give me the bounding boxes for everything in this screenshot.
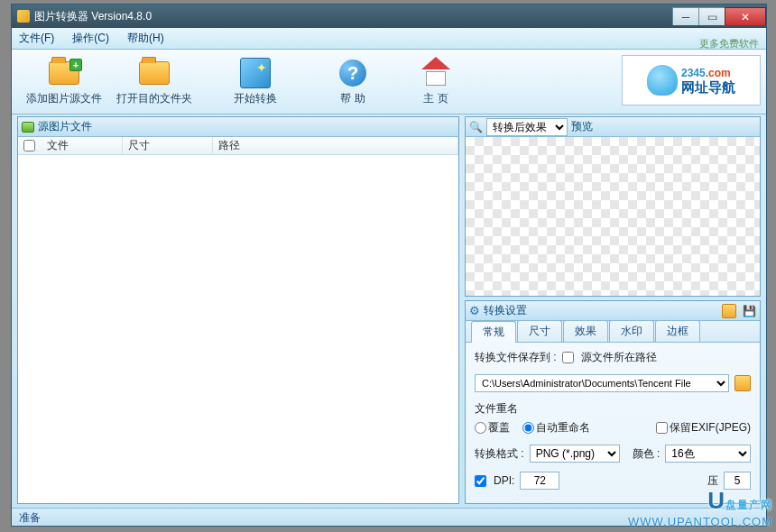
same-as-source-checkbox[interactable] [562,352,574,363]
compress-input[interactable] [724,472,751,490]
settings-panel: ⚙ 转换设置 💾 常规 尺寸 效果 水印 边框 转换文件保存到 : [465,300,761,504]
save-to-label: 转换文件保存到 : [475,350,557,365]
add-source-button[interactable]: + 添加图片源文件 [19,53,109,110]
preview-header: 🔍 转换后效果 预览 [466,117,760,137]
octopus-icon [647,65,678,96]
color-label: 颜色 : [633,446,661,462]
minimize-button[interactable]: ─ [672,7,699,25]
tab-effect[interactable]: 效果 [563,320,608,342]
help-label: 帮 助 [340,91,365,106]
dpi-input[interactable] [520,472,559,490]
dpi-checkbox[interactable] [475,475,486,487]
color-select[interactable]: 16色 [665,445,751,463]
folder-icon [139,61,170,85]
start-label: 开始转换 [234,91,277,106]
column-headers: 文件 尺寸 路径 [18,137,458,155]
save-path-select[interactable]: C:\Users\Administrator\Documents\Tencent… [475,374,729,392]
status-text: 准备 [19,511,41,524]
open-dest-label: 打开目的文件夹 [116,91,192,106]
home-icon [421,60,450,86]
right-pane: 🔍 转换后效果 预览 ⚙ 转换设置 💾 [465,116,761,504]
tab-size[interactable]: 尺寸 [517,320,562,342]
effect-select[interactable]: 转换后效果 [486,118,568,136]
same-as-source-label: 源文件所在路径 [581,350,657,365]
start-convert-button[interactable]: 开始转换 [226,53,284,110]
menu-file[interactable]: 文件(F) [19,31,54,46]
magnifier-icon: 🔍 [469,121,483,133]
col-size[interactable]: 尺寸 [123,137,213,154]
tab-watermark[interactable]: 水印 [609,320,654,342]
open-folder-icon[interactable] [722,304,736,318]
app-icon [17,10,30,23]
banner-text: 2345.com 网址导航 [681,65,735,96]
overwrite-radio-label[interactable]: 覆盖 [475,420,510,436]
file-list[interactable] [18,155,458,503]
settings-title: 转换设置 [484,303,527,318]
save-icon[interactable]: 💾 [742,304,756,318]
dpi-label: DPI: [494,474,514,487]
gear-icon: ⚙ [469,304,480,317]
browse-folder-button[interactable] [734,375,751,391]
tab-border[interactable]: 边框 [655,320,700,342]
format-select[interactable]: PNG (*.png) [530,445,620,463]
settings-header: ⚙ 转换设置 💾 [466,301,760,321]
select-all-checkbox[interactable] [23,140,35,151]
autorename-radio-label[interactable]: 自动重命名 [522,420,590,436]
toolbar: + 添加图片源文件 打开目的文件夹 开始转换 ? 帮 助 主 页 更多免费软件 … [12,50,766,115]
col-path[interactable]: 路径 [213,137,458,154]
window-controls: ─ ▭ ✕ [673,7,766,25]
help-button[interactable]: ? 帮 助 [329,53,376,110]
home-button[interactable]: 主 页 [412,53,459,110]
menu-action[interactable]: 操作(C) [72,31,109,46]
tab-general[interactable]: 常规 [471,321,516,343]
format-label: 转换格式 : [475,446,524,462]
folder-plus-icon: + [49,61,79,85]
keep-exif-label[interactable]: 保留EXIF(JPEG) [656,420,751,436]
titlebar[interactable]: 图片转换器 Version4.8.0 ─ ▭ ✕ [12,5,766,28]
menubar: 文件(F) 操作(C) 帮助(H) [12,28,766,50]
wand-icon [240,58,271,88]
source-files-panel: 源图片文件 文件 尺寸 路径 [17,116,459,504]
work-area: 源图片文件 文件 尺寸 路径 🔍 转换后效果 预览 [12,115,766,508]
statusbar: 准备 [12,508,766,526]
settings-body: 转换文件保存到 : 源文件所在路径 C:\Users\Administrator… [466,343,760,503]
source-panel-title: 源图片文件 [38,119,92,134]
menu-help[interactable]: 帮助(H) [127,31,164,46]
keep-exif-checkbox[interactable] [656,422,668,434]
maximize-button[interactable]: ▭ [698,7,725,25]
add-source-label: 添加图片源文件 [26,91,102,106]
window-title: 图片转换器 Version4.8.0 [34,9,152,24]
preview-panel: 🔍 转换后效果 预览 [465,116,761,297]
source-panel-header: 源图片文件 [18,117,458,137]
preview-label: 预览 [571,119,593,134]
ad-banner[interactable]: 2345.com 网址导航 [622,55,761,105]
close-button[interactable]: ✕ [725,7,766,25]
help-icon: ? [339,60,366,87]
settings-tabs: 常规 尺寸 效果 水印 边框 [466,321,760,343]
preview-canvas[interactable] [466,137,760,296]
rename-group-label: 文件重名 [475,401,751,417]
overwrite-radio[interactable] [475,422,486,434]
open-dest-button[interactable]: 打开目的文件夹 [109,53,199,110]
app-window: 图片转换器 Version4.8.0 ─ ▭ ✕ 文件(F) 操作(C) 帮助(… [11,4,767,527]
home-label: 主 页 [423,91,448,106]
compress-label: 压 [707,473,718,489]
col-file[interactable]: 文件 [42,137,123,154]
more-software-link[interactable]: 更多免费软件 [699,37,759,50]
picture-icon [22,122,34,133]
autorename-radio[interactable] [522,422,534,434]
